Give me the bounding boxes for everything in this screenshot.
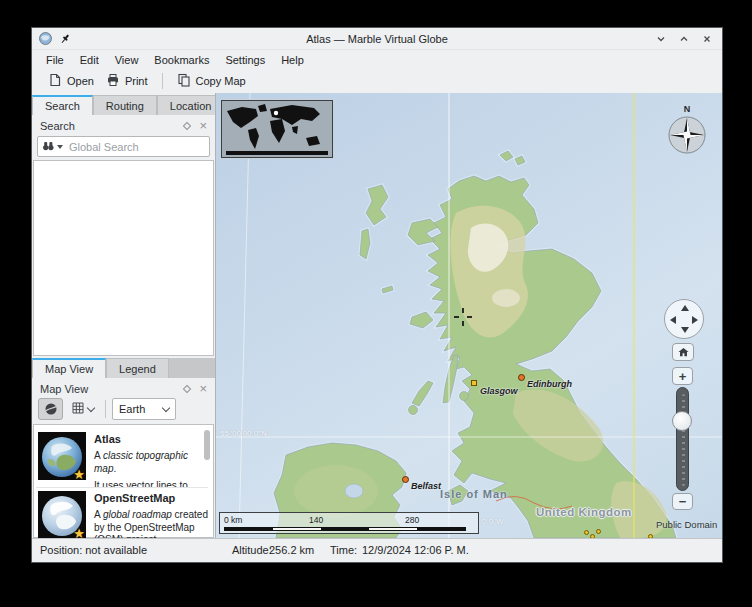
title-bar[interactable]: Atlas — Marble Virtual Globe	[32, 28, 722, 50]
map-view-panel-title: Map View	[40, 383, 88, 395]
edinburgh-marker[interactable]	[518, 374, 525, 381]
tab-routing[interactable]: Routing	[93, 95, 157, 115]
printer-icon	[106, 73, 120, 89]
status-time-label: Time:	[330, 544, 357, 556]
city-dot-marker[interactable]	[596, 529, 601, 534]
glasgow-marker[interactable]	[471, 380, 477, 386]
status-altitude-value: 256.2 km	[269, 544, 314, 556]
search-options-caret-icon[interactable]	[57, 145, 63, 149]
pan-dpad[interactable]	[664, 299, 704, 339]
sidebar: Search Routing Location Search ×	[32, 93, 215, 538]
tab-search[interactable]: Search	[32, 95, 93, 115]
zoom-in-button[interactable]: +	[672, 367, 693, 385]
map-view-panel-header: Map View ×	[32, 379, 215, 398]
menu-file[interactable]: File	[38, 52, 72, 68]
status-position: Position: not available	[40, 544, 147, 556]
binoculars-icon[interactable]	[42, 141, 55, 153]
sea-region-label: Isle of Man	[440, 488, 508, 500]
current-position-dot	[274, 111, 278, 115]
float-panel-icon[interactable]	[183, 121, 191, 129]
city-dot-marker[interactable]	[584, 530, 589, 535]
atlas-thumbnail: ★	[38, 432, 86, 480]
city-label: Edinburgh	[527, 379, 572, 389]
copy-map-button[interactable]: Copy Map	[171, 70, 252, 92]
compass-rose[interactable]: N	[664, 103, 710, 157]
print-label: Print	[125, 75, 148, 87]
city-label: Belfast	[411, 481, 441, 491]
close-panel-icon[interactable]: ×	[199, 384, 207, 394]
compass-n-label: N	[684, 104, 691, 114]
menu-bar: File Edit View Bookmarks Settings Help	[32, 50, 722, 69]
tool-bar: Open Print Copy Map	[32, 69, 722, 93]
map-theme-list: ★ Atlas A classic topographic map. It us…	[33, 424, 214, 538]
pan-down-icon[interactable]	[681, 327, 689, 333]
scale-start-label: 0 km	[224, 515, 242, 525]
print-button[interactable]: Print	[100, 70, 154, 92]
map-land-layer	[216, 93, 722, 538]
home-button[interactable]	[672, 343, 694, 361]
float-panel-icon[interactable]	[183, 384, 191, 392]
city-label: Glasgow	[480, 386, 518, 396]
zoom-slider-thumb[interactable]	[672, 411, 692, 431]
maximize-icon[interactable]	[677, 32, 691, 46]
tab-legend[interactable]: Legend	[106, 358, 169, 378]
copy-icon	[177, 73, 191, 89]
search-panel-title: Search	[40, 120, 75, 132]
latitude-label: 55°00'00.0"N	[220, 429, 267, 438]
sidebar-top-tabbar: Search Routing Location	[32, 95, 215, 115]
grid-icon	[72, 402, 84, 416]
tab-map-view[interactable]: Map View	[32, 358, 106, 378]
search-results-list[interactable]	[33, 160, 214, 356]
zoom-out-button[interactable]: −	[672, 493, 693, 510]
menu-settings[interactable]: Settings	[217, 52, 273, 68]
open-label: Open	[67, 75, 94, 87]
overview-map[interactable]	[221, 100, 333, 158]
open-button[interactable]: Open	[42, 70, 100, 92]
close-icon[interactable]	[700, 32, 714, 46]
projection-globe-button[interactable]	[38, 398, 63, 420]
controls-separator	[105, 400, 106, 418]
list-scrollbar[interactable]	[204, 430, 210, 460]
toolbar-separator	[162, 73, 163, 89]
search-panel-header: Search ×	[32, 116, 215, 135]
favorite-star-icon: ★	[73, 467, 85, 482]
belfast-marker[interactable]	[402, 476, 409, 483]
search-input[interactable]	[67, 140, 205, 154]
map-theme-title: OpenStreetMap	[94, 492, 208, 504]
chevron-down-icon	[87, 403, 95, 411]
list-item-openstreetmap[interactable]: ★ OpenStreetMap A global roadmap created…	[35, 488, 211, 539]
close-panel-icon[interactable]: ×	[199, 121, 207, 131]
window-title: Atlas — Marble Virtual Globe	[32, 33, 722, 45]
map-theme-title: Atlas	[94, 433, 208, 445]
minimize-icon[interactable]	[654, 32, 668, 46]
scale-end-label: 280	[405, 515, 419, 525]
menu-help[interactable]: Help	[273, 52, 312, 68]
pan-up-icon[interactable]	[681, 305, 689, 311]
menu-bookmarks[interactable]: Bookmarks	[146, 52, 217, 68]
sidebar-bottom-tabbar: Map View Legend	[32, 358, 215, 378]
grid-dropdown-button[interactable]	[67, 398, 99, 420]
zoom-slider-track[interactable]	[676, 387, 689, 491]
menu-edit[interactable]: Edit	[72, 52, 107, 68]
pan-right-icon[interactable]	[692, 316, 698, 324]
longitude-label: 0.0"W	[482, 517, 504, 526]
osm-thumbnail: ★	[38, 491, 86, 539]
status-time-value: 12/9/2024 12:06 P. M.	[362, 544, 469, 556]
status-altitude-label: Altitude:	[232, 544, 272, 556]
menu-view[interactable]: View	[107, 52, 147, 68]
copy-map-label: Copy Map	[196, 75, 246, 87]
pan-left-icon[interactable]	[670, 316, 676, 324]
map-canvas[interactable]: N 55°00'00.0"N 0.0"W Glasgow Edinburgh B	[215, 93, 722, 538]
chevron-down-icon	[162, 403, 170, 411]
status-bar: Position: not available Altitude: 256.2 …	[32, 538, 722, 562]
scale-mid-label: 140	[309, 515, 323, 525]
global-search-box	[37, 136, 210, 157]
celestial-body-select[interactable]: Earth	[112, 398, 176, 420]
celestial-body-value: Earth	[119, 403, 145, 415]
list-item-atlas[interactable]: ★ Atlas A classic topographic map. It us…	[35, 429, 211, 487]
open-file-icon	[48, 73, 62, 89]
app-window: Atlas — Marble Virtual Globe File Edit V…	[32, 28, 722, 562]
scale-bar-segments	[224, 527, 466, 531]
country-label: United Kingdom	[536, 506, 632, 518]
attribution-label: Public Domain	[656, 519, 717, 530]
